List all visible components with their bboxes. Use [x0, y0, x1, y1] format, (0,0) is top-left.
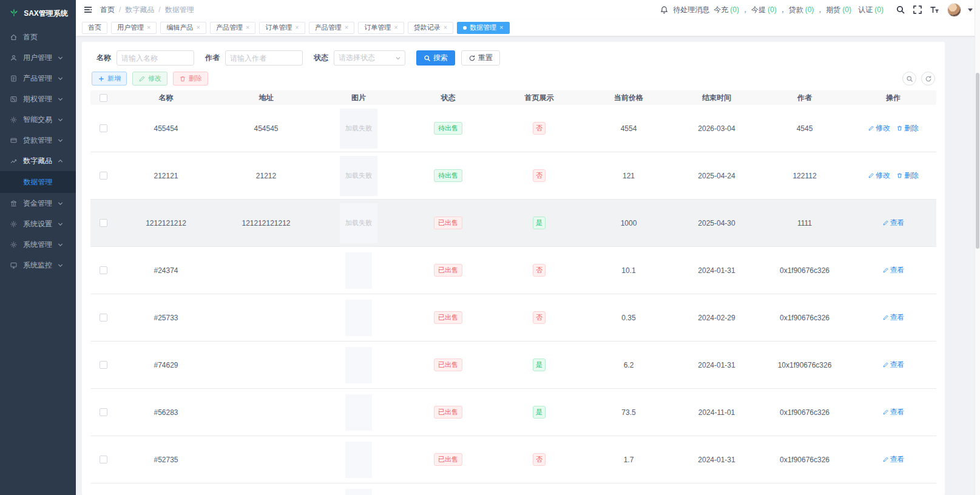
select-all-checkbox[interactable]: [100, 94, 107, 102]
row-image-placeholder: [345, 300, 372, 336]
filter-bar: 名称 作者 状态 请选择状态: [90, 47, 936, 72]
message-item-0: 今充(0)，: [714, 5, 751, 14]
row-action-delete[interactable]: 删除: [896, 170, 919, 181]
add-button[interactable]: 新增: [92, 72, 127, 86]
sidebar-item-11[interactable]: 系统监控: [0, 255, 76, 275]
row-checkbox[interactable]: [100, 124, 107, 132]
row-checkbox[interactable]: [100, 172, 107, 180]
tab-2[interactable]: 编辑产品×: [160, 22, 206, 34]
row-checkbox[interactable]: [100, 219, 107, 227]
row-action-edit[interactable]: 修改: [868, 170, 890, 181]
tab-0[interactable]: 首页: [82, 22, 107, 34]
bell-icon[interactable]: [660, 5, 669, 15]
breadcrumb-item[interactable]: 数字藏品: [125, 5, 154, 15]
tab-7[interactable]: 贷款记录×: [408, 22, 453, 34]
sidebar-item-6[interactable]: 数字藏品: [0, 150, 76, 171]
close-icon[interactable]: ×: [246, 24, 249, 31]
sidebar-item-9[interactable]: 系统设置: [0, 214, 76, 234]
refresh-table-button[interactable]: [921, 72, 935, 86]
breadcrumb-home[interactable]: 首页: [100, 5, 115, 15]
close-icon[interactable]: ×: [499, 24, 503, 31]
name-filter-input[interactable]: [117, 50, 194, 66]
cell-actions: 查看: [850, 218, 936, 228]
data-card: 名称 作者 状态 请选择状态: [82, 42, 945, 495]
status-filter-select[interactable]: 请选择状态: [334, 50, 405, 66]
cell-price: 10.1: [583, 266, 674, 275]
sidebar-subitem-7[interactable]: 数据管理: [0, 171, 76, 193]
hamburger-icon[interactable]: [83, 5, 93, 15]
chevron-down-icon: [394, 55, 402, 62]
sidebar-item-2[interactable]: 产品管理: [0, 68, 76, 89]
sidebar-item-3[interactable]: 期权管理: [0, 89, 76, 109]
tab-3[interactable]: 产品管理×: [210, 22, 255, 34]
sidebar-item-8[interactable]: 资金管理: [0, 193, 76, 214]
row-checkbox[interactable]: [100, 456, 107, 463]
row-action-delete[interactable]: 删除: [896, 123, 919, 133]
sidebar-item-4[interactable]: 智能交易: [0, 109, 76, 130]
search-button[interactable]: 搜索: [416, 50, 455, 66]
scrollbar-thumb[interactable]: [976, 73, 979, 249]
close-icon[interactable]: ×: [196, 24, 200, 31]
cell-author: 10x1f90676c326: [759, 361, 850, 369]
cell-end-time: 2024-01-31: [674, 266, 759, 275]
close-icon[interactable]: ×: [295, 24, 299, 31]
row-checkbox[interactable]: [100, 361, 107, 369]
close-icon[interactable]: ×: [444, 24, 447, 31]
row-image-placeholder: 加载失败: [340, 156, 377, 196]
view-icon: [882, 456, 889, 463]
row-action-view[interactable]: 查看: [882, 454, 905, 465]
edit-button[interactable]: 修改: [132, 72, 167, 86]
close-icon[interactable]: ×: [394, 24, 397, 31]
row-checkbox[interactable]: [100, 266, 107, 274]
tab-1[interactable]: 用户管理×: [111, 22, 157, 34]
caret-down-icon[interactable]: [968, 8, 973, 12]
close-icon[interactable]: ×: [345, 24, 348, 31]
cell-price: 121: [583, 172, 674, 180]
product-icon: [10, 75, 18, 82]
edit-icon: [868, 125, 874, 132]
row-checkbox[interactable]: [100, 408, 107, 416]
homepage-display-badge: 否: [533, 311, 546, 324]
fullscreen-icon[interactable]: [913, 5, 922, 15]
row-action-view[interactable]: 查看: [882, 218, 905, 228]
tab-8[interactable]: 数据管理×: [457, 22, 509, 34]
close-icon[interactable]: ×: [147, 24, 150, 31]
toggle-search-button[interactable]: [902, 72, 916, 86]
chevron-down-icon: [56, 116, 64, 124]
row-action-view[interactable]: 查看: [882, 360, 905, 370]
font-size-icon[interactable]: [930, 5, 939, 15]
row-action-view[interactable]: 查看: [882, 265, 905, 275]
sidebar-item-0[interactable]: 首页: [0, 27, 76, 47]
row-action-view[interactable]: 查看: [882, 407, 905, 417]
reset-button[interactable]: 重置: [461, 50, 500, 66]
status-badge: 待出售: [434, 122, 462, 135]
filter-status-group: 状态 请选择状态: [314, 50, 405, 66]
cell-name: 1212121212: [116, 219, 216, 227]
table-header: 名称 地址 图片 状态 首页展示 当前价格 结束时间 作者 操作: [90, 90, 936, 105]
sidebar-item-5[interactable]: 贷款管理: [0, 130, 76, 150]
cell-price: 6.2: [583, 361, 674, 369]
table-row-0: 455454454545加载失败待出售否45542026-03-044545修改…: [90, 105, 936, 152]
tab-4[interactable]: 订单管理×: [259, 22, 305, 34]
view-icon: [882, 314, 889, 321]
tab-6[interactable]: 订单管理×: [358, 22, 404, 34]
cell-address: 21212: [216, 172, 316, 180]
row-action-view[interactable]: 查看: [882, 312, 905, 323]
row-action-edit[interactable]: 修改: [868, 123, 890, 133]
home-icon: [10, 33, 18, 41]
monitor-icon: [10, 261, 18, 269]
table-body: 455454454545加载失败待出售否45542026-03-044545修改…: [90, 105, 936, 495]
chevron-down-icon: [56, 200, 64, 207]
sidebar-item-1[interactable]: 用户管理: [0, 47, 76, 68]
author-filter-input[interactable]: [225, 50, 303, 66]
search-icon[interactable]: [896, 5, 905, 15]
sidebar-item-10[interactable]: 系统管理: [0, 234, 76, 255]
row-checkbox[interactable]: [100, 314, 107, 322]
user-avatar[interactable]: [947, 3, 961, 17]
window-scrollbar[interactable]: [975, 0, 980, 495]
column-address: 地址: [216, 93, 316, 103]
chevron-down-icon: [56, 75, 64, 82]
delete-button[interactable]: 删除: [173, 72, 208, 86]
tab-5[interactable]: 产品管理×: [309, 22, 354, 34]
row-image-placeholder: [345, 394, 372, 431]
